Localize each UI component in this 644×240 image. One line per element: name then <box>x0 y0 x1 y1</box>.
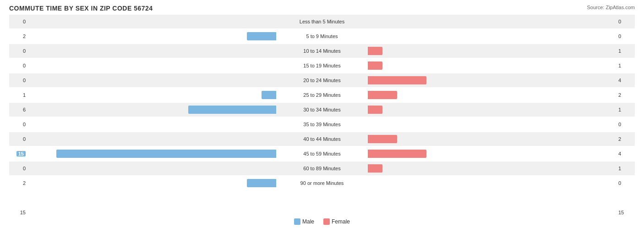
legend-male: Male <box>294 218 314 225</box>
male-bar-container <box>27 31 276 41</box>
female-bar-container <box>368 31 617 41</box>
row-label: Less than 5 Minutes <box>276 19 368 24</box>
row-label: 10 to 14 Minutes <box>276 48 368 54</box>
male-bar-container <box>27 17 276 27</box>
female-value: 1 <box>617 166 635 171</box>
table-row: 630 to 34 Minutes1 <box>9 103 635 117</box>
female-bar-container <box>368 163 617 173</box>
male-value: 0 <box>9 136 27 142</box>
chart-container: COMMUTE TIME BY SEX IN ZIP CODE 56724 So… <box>0 0 644 240</box>
female-bar <box>368 164 382 173</box>
female-bar-container <box>368 119 617 129</box>
female-value: 0 <box>617 122 635 127</box>
female-bar-container <box>368 134 617 144</box>
male-value: 0 <box>9 78 27 83</box>
female-value: 1 <box>617 48 635 54</box>
table-row: 290 or more Minutes0 <box>9 176 635 190</box>
female-value: 0 <box>617 180 635 186</box>
legend-female: Female <box>323 218 350 225</box>
female-bar <box>368 106 382 114</box>
legend-male-box <box>294 218 300 225</box>
male-value: 0 <box>9 48 27 54</box>
row-label: 15 to 19 Minutes <box>276 63 368 68</box>
female-bar-container <box>368 178 617 188</box>
chart-area: 0Less than 5 Minutes025 to 9 Minutes0010… <box>9 15 635 207</box>
source-text: Source: ZipAtlas.com <box>587 5 635 10</box>
female-bar <box>368 135 397 143</box>
male-bar-container <box>27 178 276 188</box>
row-label: 5 to 9 Minutes <box>276 33 368 39</box>
table-row: 0Less than 5 Minutes0 <box>9 15 635 28</box>
male-bar <box>188 106 276 114</box>
male-value: 6 <box>9 107 27 112</box>
row-label: 25 to 29 Minutes <box>276 92 368 98</box>
female-value: 0 <box>617 19 635 24</box>
table-row: 1545 to 59 Minutes4 <box>9 147 635 161</box>
female-value: 0 <box>617 33 635 39</box>
male-bar <box>247 179 276 187</box>
row-label: 30 to 34 Minutes <box>276 107 368 112</box>
female-bar-container <box>368 90 617 100</box>
legend-female-box <box>323 218 330 225</box>
male-value: 0 <box>9 19 27 24</box>
male-value: 0 <box>9 63 27 68</box>
male-bar-container <box>27 105 276 115</box>
female-bar-container <box>368 17 617 27</box>
table-row: 040 to 44 Minutes2 <box>9 132 635 146</box>
male-bar-container <box>27 163 276 173</box>
male-value: 0 <box>9 122 27 127</box>
table-row: 060 to 89 Minutes1 <box>9 162 635 175</box>
female-bar <box>368 47 382 55</box>
female-value: 2 <box>617 92 635 98</box>
male-bar-container <box>27 134 276 144</box>
female-bar <box>368 91 397 99</box>
male-bar-container <box>27 119 276 129</box>
male-value: 15 <box>9 151 27 156</box>
table-row: 035 to 39 Minutes0 <box>9 117 635 131</box>
male-value: 0 <box>9 166 27 171</box>
male-bar-container <box>27 75 276 85</box>
male-value: 2 <box>9 180 27 186</box>
chart-title: COMMUTE TIME BY SEX IN ZIP CODE 56724 <box>9 5 635 12</box>
table-row: 020 to 24 Minutes4 <box>9 73 635 87</box>
female-value: 4 <box>617 78 635 83</box>
female-bar-container <box>368 46 617 56</box>
legend: Male Female <box>9 218 635 225</box>
female-bar-container <box>368 75 617 85</box>
axis-right-label: 15 <box>617 210 635 215</box>
table-row: 010 to 14 Minutes1 <box>9 44 635 58</box>
female-value: 1 <box>617 63 635 68</box>
male-value: 1 <box>9 92 27 98</box>
axis-left-label: 15 <box>9 210 27 215</box>
row-label: 20 to 24 Minutes <box>276 78 368 83</box>
male-bar <box>262 91 276 99</box>
female-value: 4 <box>617 151 635 156</box>
row-label: 60 to 89 Minutes <box>276 166 368 171</box>
male-bar <box>56 150 276 158</box>
row-label: 90 or more Minutes <box>276 180 368 186</box>
male-bar-container <box>27 90 276 100</box>
female-bar-container <box>368 61 617 71</box>
table-row: 125 to 29 Minutes2 <box>9 88 635 102</box>
row-label: 45 to 59 Minutes <box>276 151 368 156</box>
legend-female-label: Female <box>332 218 350 225</box>
female-bar <box>368 150 426 158</box>
male-bar <box>247 32 276 40</box>
table-row: 015 to 19 Minutes1 <box>9 59 635 73</box>
row-label: 40 to 44 Minutes <box>276 136 368 142</box>
axis-row: 15 15 <box>9 208 635 217</box>
female-value: 1 <box>617 107 635 112</box>
male-bar-container <box>27 46 276 56</box>
male-value: 2 <box>9 33 27 39</box>
female-bar-container <box>368 149 617 159</box>
female-bar <box>368 61 382 70</box>
female-bar <box>368 76 426 84</box>
female-value: 2 <box>617 136 635 142</box>
table-row: 25 to 9 Minutes0 <box>9 29 635 43</box>
male-bar-container <box>27 61 276 71</box>
female-bar-container <box>368 105 617 115</box>
male-bar-container <box>27 149 276 159</box>
legend-male-label: Male <box>302 218 314 225</box>
row-label: 35 to 39 Minutes <box>276 122 368 127</box>
